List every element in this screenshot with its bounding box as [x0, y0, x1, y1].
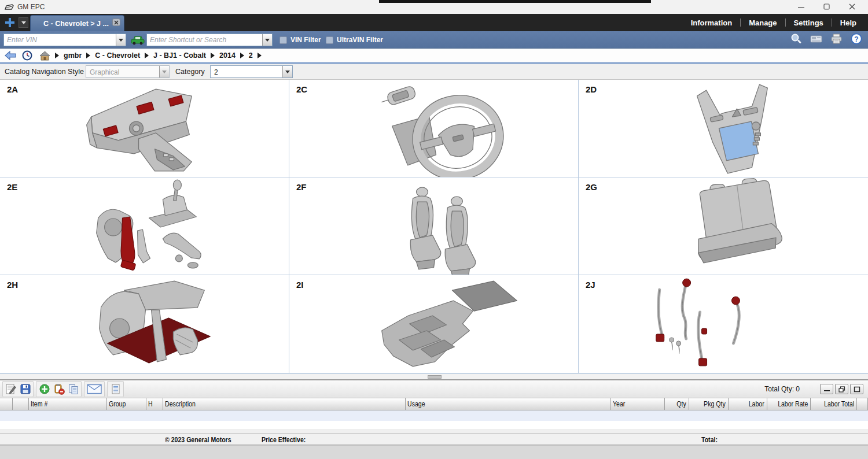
chevron-down-icon: [119, 39, 123, 42]
catalog-cell-2e[interactable]: 2E: [0, 177, 289, 275]
total-label: Total:: [701, 436, 718, 444]
cart-maximize-button[interactable]: [850, 384, 863, 394]
email-button[interactable]: [85, 382, 104, 396]
nav-style-select[interactable]: Graphical: [86, 65, 170, 78]
nav-style-value: Graphical: [86, 66, 159, 77]
col-usage[interactable]: Usage: [406, 398, 611, 410]
shortcut-search-field: [146, 34, 273, 46]
report-edit-button[interactable]: [3, 382, 18, 396]
menu-help[interactable]: Help: [840, 18, 856, 27]
panel-splitter[interactable]: [0, 373, 868, 380]
category-select[interactable]: 2: [210, 65, 293, 78]
card-reader-icon[interactable]: [810, 34, 822, 46]
col-description[interactable]: Description: [163, 398, 406, 410]
history-clock-icon[interactable]: [22, 50, 32, 61]
col-labor-rate[interactable]: Labor Rate: [767, 398, 811, 410]
shortcut-search-input[interactable]: [147, 34, 262, 46]
toolbar-group-email: [84, 381, 105, 397]
floor-carpet-illustration: [289, 275, 578, 372]
search-icon[interactable]: [790, 33, 802, 47]
breadcrumb-item-gmbr[interactable]: gmbr: [64, 51, 82, 60]
copy-button[interactable]: [66, 382, 80, 396]
window-title: GM EPC: [17, 3, 45, 11]
menu-settings[interactable]: Settings: [794, 18, 823, 27]
cart-empty-row-selected[interactable]: [0, 410, 868, 421]
ultravin-filter: UltraVIN Filter: [326, 31, 383, 49]
tab-bar: C - Chevrolet > J ... Information Manage…: [0, 14, 868, 31]
home-icon[interactable]: [39, 51, 50, 61]
chevron-down-icon: [162, 71, 167, 73]
remove-part-button[interactable]: [52, 382, 66, 396]
green-car-icon: [131, 35, 145, 45]
col-qty[interactable]: Qty: [665, 398, 689, 410]
shortcut-dropdown-button[interactable]: [262, 34, 272, 46]
col-h[interactable]: H: [146, 398, 163, 410]
tab-close-button[interactable]: [112, 18, 120, 26]
catalog-cell-2c[interactable]: 2C: [289, 80, 579, 177]
vin-filter-checkbox[interactable]: [279, 36, 287, 44]
vin-input[interactable]: [4, 34, 116, 46]
col-item[interactable]: Item #: [29, 398, 107, 410]
breadcrumb-separator-icon: [86, 53, 90, 58]
footer-bar: © 2023 General Motors Price Effective: T…: [0, 434, 868, 445]
ultravin-filter-checkbox[interactable]: [326, 36, 333, 44]
menu-information[interactable]: Information: [691, 18, 733, 27]
report-edit-icon: [5, 383, 17, 395]
cart-toolbar: Total Qty: 0: [0, 380, 868, 398]
splitter-handle-icon[interactable]: [428, 375, 442, 379]
vehicle-lookup-button[interactable]: [131, 34, 145, 46]
vin-dropdown-button[interactable]: [116, 34, 126, 46]
col-select[interactable]: [0, 398, 13, 410]
breadcrumb-item-make[interactable]: C - Chevrolet: [95, 51, 140, 60]
catalog-grid: 2A 2C: [0, 80, 868, 373]
tab-list-dropdown-button[interactable]: [19, 17, 28, 28]
breadcrumb-item-category[interactable]: 2: [249, 51, 253, 60]
breadcrumb-item-model[interactable]: J - BJ1 - Cobalt: [153, 51, 206, 60]
col-labor-total[interactable]: Labor Total: [811, 398, 857, 410]
gm-epc-window: GM EPC C - Chevrolet > J ... Information: [0, 0, 868, 459]
breadcrumb-separator-icon: [55, 53, 59, 58]
col-pkg-qty[interactable]: Pkg Qty: [689, 398, 729, 410]
col-labor[interactable]: Labor: [729, 398, 767, 410]
back-arrow-icon[interactable]: [5, 51, 16, 60]
breadcrumb-separator-icon: [211, 53, 215, 58]
catalog-options-bar: Catalog Navigation Style Graphical Categ…: [0, 64, 868, 80]
window-minimize-button[interactable]: [793, 1, 810, 13]
print-icon[interactable]: [830, 34, 843, 47]
catalog-cell-2h[interactable]: 2H: [0, 275, 289, 373]
total-qty: Total Qty: 0: [764, 385, 800, 393]
top-dark-strip: [379, 0, 651, 3]
chevron-down-icon: [285, 71, 290, 73]
radio-trim-illustration: [579, 80, 867, 177]
tab-chevrolet[interactable]: C - Chevrolet > J ...: [30, 15, 124, 31]
col-flag[interactable]: [13, 398, 29, 410]
toolbar-group-edit: [36, 381, 82, 397]
toolbar-group-report: [107, 381, 124, 397]
window-close-button[interactable]: [844, 1, 861, 13]
col-year[interactable]: Year: [611, 398, 665, 410]
cart-minimize-button[interactable]: [820, 384, 833, 394]
category-dropdown-button[interactable]: [282, 66, 292, 77]
cart-restore-button[interactable]: [835, 384, 848, 394]
svg-text:?: ?: [854, 35, 858, 43]
breadcrumb-separator-icon: [145, 53, 149, 58]
catalog-cell-2j[interactable]: 2J: [579, 275, 868, 373]
catalog-cell-2a[interactable]: 2A: [0, 80, 289, 177]
copyright-text: © 2023 General Motors: [165, 436, 231, 444]
breadcrumb-item-year[interactable]: 2014: [219, 51, 236, 60]
save-button[interactable]: [18, 382, 32, 396]
window-maximize-button[interactable]: [818, 1, 836, 13]
pedals-shifter-illustration: [0, 177, 289, 275]
invoice-button[interactable]: [108, 382, 123, 396]
menu-manage[interactable]: Manage: [749, 18, 777, 27]
catalog-cell-2g[interactable]: 2G: [579, 177, 868, 275]
catalog-cell-2d[interactable]: 2D: [579, 80, 868, 177]
add-part-button[interactable]: [37, 382, 52, 396]
col-group[interactable]: Group: [107, 398, 146, 410]
nav-style-label: Catalog Navigation Style: [5, 68, 84, 76]
catalog-cell-2f[interactable]: 2F: [289, 177, 579, 275]
new-tab-button[interactable]: [2, 16, 17, 29]
catalog-cell-2i[interactable]: 2I: [289, 275, 579, 373]
help-icon[interactable]: ?: [851, 33, 862, 47]
cart-empty-row: [0, 421, 868, 430]
